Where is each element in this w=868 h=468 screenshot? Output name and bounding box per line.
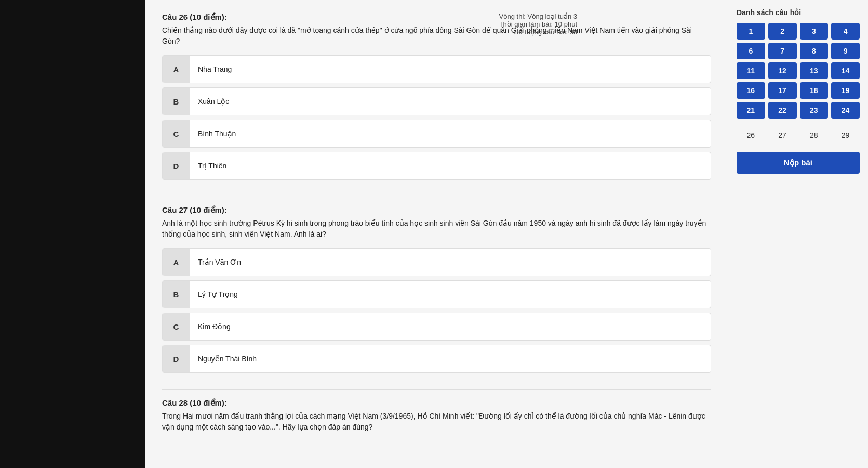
q27-option-b[interactable]: B Lý Tự Trọng <box>162 280 711 308</box>
q-btn-3[interactable]: 3 <box>800 23 829 40</box>
q-btn-12[interactable]: 12 <box>768 62 797 79</box>
question-27: Câu 27 (10 điểm): Anh là một học sinh tr… <box>162 205 711 373</box>
q26-letter-c: C <box>163 120 190 147</box>
q-btn-27[interactable]: 27 <box>768 127 797 144</box>
q27-text-a: Trần Văn Ơn <box>190 252 249 272</box>
q27-option-d[interactable]: D Nguyễn Thái Bình <box>162 345 711 373</box>
q26-label: Câu 26 (10 điểm): <box>162 12 711 22</box>
q27-text-d: Nguyễn Thái Bình <box>190 348 265 369</box>
q28-label: Câu 28 (10 điểm): <box>162 398 711 408</box>
q-btn-8[interactable]: 8 <box>800 43 829 59</box>
q-btn-23[interactable]: 23 <box>800 102 829 119</box>
q26-option-b[interactable]: B Xuân Lộc <box>162 87 711 115</box>
q27-text-c: Kim Đồng <box>190 316 239 337</box>
q-btn-17[interactable]: 17 <box>768 82 797 99</box>
q-btn-16[interactable]: 16 <box>737 82 765 99</box>
q-btn-18[interactable]: 18 <box>800 82 829 99</box>
q-btn-24[interactable]: 24 <box>831 102 860 119</box>
q-btn-28[interactable]: 28 <box>800 127 829 144</box>
q27-text-b: Lý Tự Trọng <box>190 284 246 305</box>
time-label: Thời gian làm bài: 10 phút <box>499 20 577 28</box>
question-28: Câu 28 (10 điểm): Trong Hai mươi năm đấu… <box>162 398 711 433</box>
q27-letter-a: A <box>163 249 190 276</box>
q26-option-c[interactable]: C Bình Thuận <box>162 120 711 148</box>
q-btn-2[interactable]: 2 <box>768 23 797 40</box>
panel-title: Danh sách câu hỏi <box>737 8 860 17</box>
q27-letter-c: C <box>163 313 190 340</box>
q26-option-a[interactable]: A Nha Trang <box>162 55 711 83</box>
q-btn-7[interactable]: 7 <box>768 43 797 59</box>
q26-letter-a: A <box>163 56 190 83</box>
q26-letter-b: B <box>163 88 190 115</box>
q-btn-26[interactable]: 26 <box>737 127 765 144</box>
dark-sidebar <box>0 0 145 468</box>
q-btn-11[interactable]: 11 <box>737 62 765 79</box>
question-grid: 1 2 3 4 6 7 8 9 11 12 13 14 16 17 18 19 … <box>737 23 860 119</box>
q26-text-d: Trị Thiên <box>190 155 235 176</box>
right-panel: Danh sách câu hỏi 1 2 3 4 6 7 8 9 11 12 … <box>728 0 868 468</box>
q27-option-a[interactable]: A Trần Văn Ơn <box>162 248 711 276</box>
count-label: Số lượng câu hỏi: 30 <box>499 28 577 36</box>
q-btn-9[interactable]: 9 <box>831 43 860 59</box>
exam-info: Vòng thi: Vòng loại tuần 3 Thời gian làm… <box>499 12 577 36</box>
q27-letter-d: D <box>163 345 190 372</box>
q-btn-14[interactable]: 14 <box>831 62 860 79</box>
submit-button[interactable]: Nộp bài <box>737 152 860 174</box>
q26-text: Chiến thắng nào dưới đây được coi là đã … <box>162 25 711 47</box>
q27-letter-b: B <box>163 281 190 308</box>
q-btn-19[interactable]: 19 <box>831 82 860 99</box>
q26-letter-d: D <box>163 152 190 179</box>
content-area: Vòng thi: Vòng loại tuần 3 Thời gian làm… <box>145 0 728 468</box>
q-btn-4[interactable]: 4 <box>831 23 860 40</box>
q27-text: Anh là một học sinh trường Pétrus Ký hi … <box>162 218 711 240</box>
q-btn-29[interactable]: 29 <box>831 127 860 144</box>
q-btn-13[interactable]: 13 <box>800 62 829 79</box>
q26-text-c: Bình Thuận <box>190 123 244 144</box>
q27-label: Câu 27 (10 điểm): <box>162 205 711 215</box>
q-btn-1[interactable]: 1 <box>737 23 765 40</box>
q-btn-6[interactable]: 6 <box>737 43 765 59</box>
question-26: Câu 26 (10 điểm): Chiến thắng nào dưới đ… <box>162 12 711 180</box>
round-label: Vòng thi: Vòng loại tuần 3 <box>499 12 577 20</box>
q28-text: Trong Hai mươi năm đấu tranh thắng lợi c… <box>162 411 711 433</box>
q26-text-a: Nha Trang <box>190 59 240 80</box>
q-btn-21[interactable]: 21 <box>737 102 765 119</box>
q26-option-d[interactable]: D Trị Thiên <box>162 152 711 180</box>
q27-option-c[interactable]: C Kim Đồng <box>162 313 711 341</box>
plain-grid: 26 27 28 29 <box>737 127 860 144</box>
q26-text-b: Xuân Lộc <box>190 91 237 112</box>
q-btn-22[interactable]: 22 <box>768 102 797 119</box>
